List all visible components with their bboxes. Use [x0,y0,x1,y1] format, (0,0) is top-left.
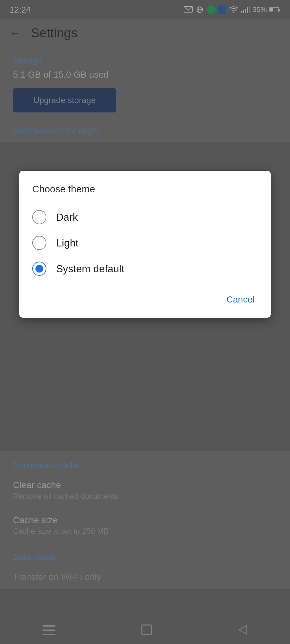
dark-theme-option[interactable]: Dark [32,204,258,230]
system-default-theme-label: System default [56,263,124,275]
dark-radio-circle[interactable] [32,210,46,224]
dialog-actions: Cancel [32,288,258,308]
system-radio-circle[interactable] [32,262,46,276]
cancel-button[interactable]: Cancel [223,291,258,308]
dialog-overlay: Choose theme Dark Light System default C… [0,0,290,644]
light-theme-option[interactable]: Light [32,230,258,256]
choose-theme-dialog: Choose theme Dark Light System default C… [19,171,271,318]
dark-theme-label: Dark [56,211,78,223]
light-theme-label: Light [56,237,78,249]
system-default-theme-option[interactable]: System default [32,256,258,282]
dialog-title: Choose theme [32,184,258,195]
system-radio-inner [35,265,43,273]
light-radio-circle[interactable] [32,236,46,250]
